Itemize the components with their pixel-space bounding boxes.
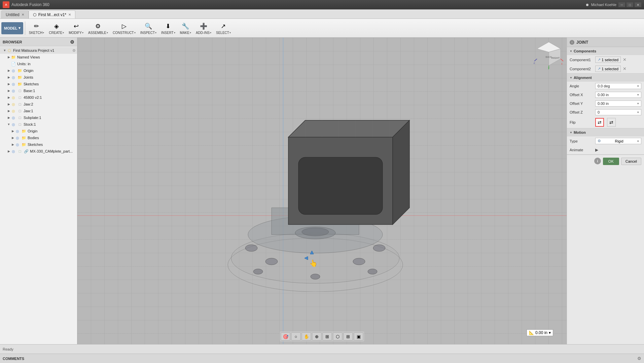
joint-component2-select[interactable]: ↗ 1 selected [595, 66, 621, 72]
tree-45800[interactable]: ▶ ◎ □ 45800 v2:1 [0, 94, 77, 101]
nav-cube[interactable]: TOP RIGHT x y z BACK [534, 40, 564, 71]
tree-sketches-top[interactable]: ▶ ◎ 📁 Sketches [0, 81, 77, 87]
joint-type-field[interactable]: ⚙ Rigid ▾ [595, 138, 641, 144]
minimize-button[interactable]: ─ [618, 2, 625, 7]
joint-type-dropdown[interactable]: ▾ [637, 139, 639, 143]
toolbar-create-group[interactable]: ◈ CREATE ▾ [47, 21, 66, 35]
view-grid-btn[interactable]: ⊞ [344, 332, 353, 340]
tree-45800-icon: ◎ [11, 95, 16, 100]
tree-stock1-bodies[interactable]: ▶ ◎ 📁 Bodies [0, 134, 77, 141]
tree-root-item[interactable]: ▼ ⬡ First Matsuura Project v1 ⚙ [0, 47, 77, 54]
tree-stock1-origin[interactable]: ▶ ◎ 📁 Origin [0, 128, 77, 134]
tab-project-close[interactable]: ✕ [68, 13, 71, 16]
tree-jaw1[interactable]: ▶ ◎ □ Jaw:1 [0, 108, 77, 114]
tree-mx330-icon: ◎ [11, 149, 16, 154]
joint-component2-clear[interactable]: ✕ [623, 66, 627, 71]
toolbar-sketch-group[interactable]: ✏ SKETCH ▾ [27, 21, 46, 35]
tab-untitled[interactable]: Untitled ✕ [1, 10, 29, 18]
joint-cancel-button[interactable]: Cancel [621, 158, 641, 165]
tree-named-views-label: Named Views [17, 55, 40, 59]
joint-offset-z-label: Offset Z [570, 110, 593, 114]
joint-alignment-section: Alignment Angle 0.0 deg ▾ Offset X 0.00 … [567, 74, 644, 128]
toolbar-insert-group[interactable]: ⬇ INSERT ▾ [159, 21, 177, 35]
tree-stock1[interactable]: ▼ ◎ □ Stock:1 [0, 121, 77, 128]
joint-animate-btn[interactable]: ▶ [595, 148, 598, 152]
zoom-pan-btn[interactable]: ✋ [302, 332, 311, 340]
close-button[interactable]: ✕ [635, 2, 641, 7]
svg-text:👆: 👆 [309, 259, 318, 267]
browser-panel: BROWSER ⚙ ▼ ⬡ First Matsuura Project v1 … [0, 38, 77, 344]
joint-footer: i OK Cancel [567, 155, 644, 168]
tree-sketches-label: Sketches [24, 82, 39, 86]
measure-dropdown[interactable]: ▾ [549, 330, 551, 335]
tree-mx330[interactable]: ▶ ◎ □ 🔗 MX-330_CAMplete_part... [0, 148, 77, 155]
joint-offset-y-dropdown[interactable]: ▾ [637, 102, 639, 105]
toolbar-inspect-group[interactable]: 🔍 INSPECT ▾ [138, 21, 158, 35]
joint-angle-field[interactable]: 0.0 deg ▾ [595, 83, 641, 89]
joint-offset-x-field[interactable]: 0.00 in ▾ [595, 92, 641, 98]
tree-base1-arrow: ▶ [7, 89, 11, 93]
joint-component1-select[interactable]: ↗ 1 selected [595, 56, 621, 63]
view-cube-btn[interactable]: ⬡ [333, 332, 343, 340]
joint-angle-dropdown[interactable]: ▾ [637, 84, 639, 88]
nav-cube-svg: TOP RIGHT x y z BACK [534, 40, 564, 71]
zoom-in-btn[interactable]: ⊕ [312, 332, 322, 340]
tree-root-settings-icon[interactable]: ⚙ [72, 48, 76, 53]
joint-motion-section: Motion Type ⚙ Rigid ▾ Animate ▶ [567, 128, 644, 155]
joint-alignment-header[interactable]: Alignment [567, 74, 644, 82]
browser-title: BROWSER [3, 40, 22, 44]
joint-ok-button[interactable]: OK [603, 158, 619, 165]
viewport[interactable]: 👆 📐 0.00 in ▾ TOP RIGHT [77, 38, 567, 344]
tree-root-icon: ⬡ [7, 48, 12, 53]
joint-angle-row: Angle 0.0 deg ▾ [567, 82, 644, 90]
view-display-btn[interactable]: ▣ [354, 332, 363, 340]
tree-stock1-origin-folder: 📁 [21, 128, 27, 134]
joint-offset-x-dropdown[interactable]: ▾ [637, 93, 639, 96]
joint-info-btn[interactable]: i [594, 158, 601, 164]
maximize-button[interactable]: □ [627, 2, 633, 7]
toolbar-construct-group[interactable]: ▷ CONSTRUCT ▾ [111, 21, 138, 35]
zoom-camera-btn[interactable]: 🎯 [281, 332, 290, 340]
tree-root-arrow: ▼ [3, 48, 7, 52]
joint-offset-y-field[interactable]: 0.00 in ▾ [595, 100, 641, 107]
make-label: MAKE ▾ [180, 31, 191, 35]
joint-flip-inactive-btn[interactable]: ⇄ [607, 118, 616, 127]
tree-joints-arrow: ▶ [7, 75, 11, 79]
zoom-fit-btn[interactable]: ⊞ [323, 332, 332, 340]
tab-project[interactable]: ⬡ First M...ect v1* ✕ [29, 10, 75, 18]
joint-component2-value: 1 selected [602, 67, 618, 71]
create-icon: ◈ [52, 22, 61, 31]
tree-subplate[interactable]: ▶ ◎ □ Subplate:1 [0, 114, 77, 121]
joint-components-section: Components Component1 ↗ 1 selected ✕ Com… [567, 47, 644, 74]
tree-stock1-sketches-folder: 📁 [21, 142, 27, 147]
tree-jaw2[interactable]: ▶ ◎ □ Jaw:2 [0, 101, 77, 108]
tree-joints[interactable]: ▶ ◎ 📁 Joints [0, 74, 77, 81]
toolbar-modify-group[interactable]: ↩ MODIFY ▾ [67, 21, 85, 35]
joint-angle-value: 0.0 deg [598, 84, 610, 88]
joint-panel: i JOINT Components Component1 ↗ 1 select… [567, 38, 644, 344]
browser-settings-icon[interactable]: ⚙ [70, 39, 74, 45]
toolbar-select-group[interactable]: ↗ SELECT ▾ [214, 21, 233, 35]
joint-animate-label: Animate [570, 148, 593, 152]
tree-base1[interactable]: ▶ ◎ □ Base:1 [0, 87, 77, 94]
comments-settings-icon[interactable]: ⚙ [637, 356, 641, 361]
joint-components-label: Components [574, 49, 596, 53]
toolbar-assemble-group[interactable]: ⚙ ASSEMBLE ▾ [86, 21, 110, 35]
joint-flip-active-btn[interactable]: ⇄ [595, 118, 604, 127]
joint-components-header[interactable]: Components [567, 47, 644, 55]
tree-stock1-sketches[interactable]: ▶ ◎ 📁 Sketches [0, 141, 77, 148]
joint-offset-z-dropdown[interactable]: ▾ [637, 111, 639, 114]
app-logo: A [3, 1, 9, 8]
tree-sketches-arrow: ▶ [7, 82, 11, 86]
zoom-orbit-btn[interactable]: ○ [291, 332, 301, 340]
toolbar-mode-button[interactable]: MODEL ▾ [1, 22, 23, 34]
tree-origin[interactable]: ▶ ◎ 📁 Origin [0, 67, 77, 74]
joint-angle-label: Angle [570, 84, 593, 88]
tab-untitled-close[interactable]: ✕ [22, 13, 24, 16]
joint-motion-header[interactable]: Motion [567, 128, 644, 136]
tree-named-views[interactable]: ▶ 📁 Named Views [0, 54, 77, 61]
toolbar-make-group[interactable]: 🔧 MAKE ▾ [178, 21, 193, 35]
joint-component1-clear[interactable]: ✕ [623, 57, 627, 62]
joint-offset-z-field[interactable]: 0 ▾ [595, 109, 641, 115]
toolbar-addins-group[interactable]: ➕ ADD-INS ▾ [194, 21, 213, 35]
